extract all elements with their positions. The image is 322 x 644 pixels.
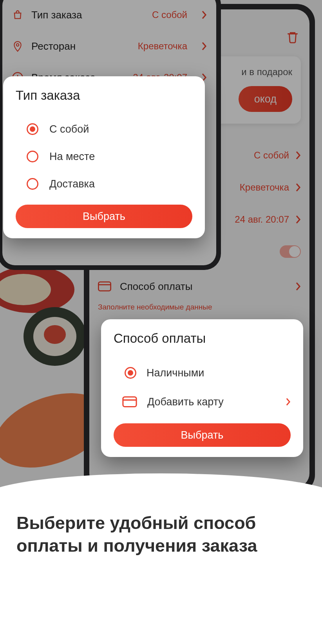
svg-rect-12: [123, 397, 136, 407]
radio-selected-icon: [27, 123, 38, 135]
chevron-right-icon: [286, 398, 291, 406]
select-button[interactable]: Выбрать: [16, 205, 192, 228]
option-cash[interactable]: Наличными: [125, 358, 291, 387]
option-dinein[interactable]: На месте: [27, 143, 192, 170]
radio-icon: [27, 151, 38, 162]
payment-modal: Способ оплаты Наличными Добавить карту В…: [101, 319, 303, 457]
option-add-card[interactable]: Добавить карту: [122, 387, 291, 416]
card-icon: [122, 396, 137, 407]
option-delivery[interactable]: Доставка: [27, 170, 192, 198]
modal-title: Тип заказа: [16, 88, 192, 103]
select-button[interactable]: Выбрать: [114, 423, 291, 447]
headline: Выберите удобный способ оплаты и получен…: [16, 512, 322, 557]
option-takeaway[interactable]: С собой: [27, 115, 192, 143]
footer-section: Выберите удобный способ оплаты и получен…: [0, 497, 322, 644]
radio-selected-icon: [125, 367, 136, 379]
order-type-modal: Тип заказа С собой На месте Доставка Выб…: [3, 76, 205, 238]
modal-title: Способ оплаты: [114, 331, 291, 346]
radio-icon: [27, 178, 38, 190]
